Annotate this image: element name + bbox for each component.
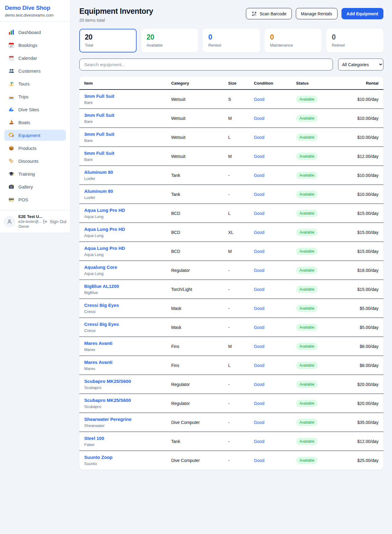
add-equipment-button[interactable]: Add Equipment xyxy=(341,8,383,19)
size-cell: - xyxy=(223,318,249,337)
item-link[interactable]: Scubapro MK25/S600 xyxy=(84,398,161,403)
sidebar-item-dive-sites[interactable]: Dive Sites xyxy=(4,104,66,115)
condition-link[interactable]: Good xyxy=(254,268,264,273)
size-cell: M xyxy=(223,109,249,128)
stat-label: Retired xyxy=(332,43,378,48)
table-row: 3mm Full Suit Bare Wetsuit S Good Availa… xyxy=(79,90,383,109)
rental-cell: $15.00/day xyxy=(344,204,383,223)
sidebar-item-tours[interactable]: Tours xyxy=(4,78,66,89)
status-badge: Available xyxy=(296,286,318,293)
pos-icon xyxy=(8,196,14,203)
condition-link[interactable]: Good xyxy=(254,344,264,349)
sidebar-item-equipment[interactable]: Equipment xyxy=(4,130,66,141)
sidebar-item-customers[interactable]: Customers xyxy=(4,65,66,76)
status-badge: Available xyxy=(296,115,318,122)
item-link[interactable]: Mares Avanti xyxy=(84,360,161,365)
item-link[interactable]: Aqualung Core xyxy=(84,265,161,270)
condition-link[interactable]: Good xyxy=(254,401,264,406)
condition-link[interactable]: Good xyxy=(254,135,264,140)
condition-link[interactable]: Good xyxy=(254,306,264,311)
person-icon xyxy=(4,216,15,227)
brand: Demo Dive Shop demo.test.divestreams.com xyxy=(0,0,70,22)
condition-link[interactable]: Good xyxy=(254,382,264,387)
barcode-scan-icon xyxy=(251,11,257,17)
size-cell: - xyxy=(223,166,249,185)
stat-card-maintenance[interactable]: 0 Maintenance xyxy=(265,29,322,52)
status-badge: Available xyxy=(296,191,318,198)
item-link[interactable]: BigBlue AL1200 xyxy=(84,284,161,289)
status-badge: Available xyxy=(296,210,318,217)
status-badge: Available xyxy=(296,362,318,369)
manage-rentals-button[interactable]: Manage Rentals xyxy=(296,8,337,19)
condition-link[interactable]: Good xyxy=(254,249,264,254)
sidebar-item-dashboard[interactable]: Dashboard xyxy=(4,27,66,38)
sidebar-item-discounts[interactable]: Discounts xyxy=(4,155,66,166)
table-row: Suunto Zoop Suunto Dive Computer - Good … xyxy=(79,451,383,470)
stat-card-rented[interactable]: 0 Rented xyxy=(203,29,260,52)
sidebar-item-trips[interactable]: Trips xyxy=(4,91,66,102)
item-brand: Aqua Lung xyxy=(84,252,161,257)
category-select[interactable]: All Categories xyxy=(338,59,383,71)
sign-out-button[interactable]: Sign Out xyxy=(42,219,66,225)
item-link[interactable]: Aqua Lung Pro HD xyxy=(84,208,161,213)
condition-link[interactable]: Good xyxy=(254,439,264,444)
item-link[interactable]: Cressi Big Eyes xyxy=(84,303,161,308)
sidebar-item-boats[interactable]: Boats xyxy=(4,117,66,128)
item-link[interactable]: Suunto Zoop xyxy=(84,455,161,460)
condition-link[interactable]: Good xyxy=(254,325,264,330)
status-badge: Available xyxy=(296,457,318,464)
dashboard-icon xyxy=(8,29,14,35)
condition-link[interactable]: Good xyxy=(254,154,264,159)
item-link[interactable]: Scubapro MK25/S600 xyxy=(84,379,161,384)
status-badge: Available xyxy=(296,267,318,274)
condition-link[interactable]: Good xyxy=(254,211,264,216)
condition-link[interactable]: Good xyxy=(254,420,264,425)
scan-barcode-button[interactable]: Scan Barcode xyxy=(246,8,292,19)
item-link[interactable]: 5mm Full Suit xyxy=(84,151,161,156)
brand-name[interactable]: Demo Dive Shop xyxy=(5,5,65,11)
item-brand: Bare xyxy=(84,119,161,124)
stat-card-total[interactable]: 20 Total xyxy=(79,29,137,52)
condition-link[interactable]: Good xyxy=(254,97,264,102)
item-link[interactable]: Aqua Lung Pro HD xyxy=(84,227,161,232)
sidebar-item-training[interactable]: Training xyxy=(4,168,66,179)
status-badge: Available xyxy=(296,153,318,160)
condition-link[interactable]: Good xyxy=(254,230,264,235)
condition-link[interactable]: Good xyxy=(254,287,264,292)
sidebar-item-gallery[interactable]: Gallery xyxy=(4,181,66,192)
item-link[interactable]: 3mm Full Suit xyxy=(84,132,161,137)
condition-link[interactable]: Good xyxy=(254,458,264,463)
condition-link[interactable]: Good xyxy=(254,116,264,121)
size-cell: S xyxy=(223,90,249,109)
sidebar-item-calendar[interactable]: Calendar xyxy=(4,52,66,63)
category-cell: Tank xyxy=(166,432,223,451)
status-badge: Available xyxy=(296,419,318,426)
item-link[interactable]: 3mm Full Suit xyxy=(84,93,161,99)
col-item: Item xyxy=(79,77,166,90)
condition-link[interactable]: Good xyxy=(254,363,264,368)
condition-link[interactable]: Good xyxy=(254,192,264,197)
item-link[interactable]: Shearwater Peregrine xyxy=(84,417,161,422)
sidebar-item-products[interactable]: Products xyxy=(4,143,66,154)
item-link[interactable]: Aqua Lung Pro HD xyxy=(84,246,161,251)
condition-link[interactable]: Good xyxy=(254,173,264,178)
rental-cell: $20.00/day xyxy=(344,375,383,394)
size-cell: - xyxy=(223,375,249,394)
item-link[interactable]: Mares Avanti xyxy=(84,341,161,346)
stat-card-available[interactable]: 20 Available xyxy=(141,29,198,52)
stat-card-retired[interactable]: 0 Retired xyxy=(326,29,383,52)
item-brand: Bare xyxy=(84,100,161,105)
sidebar-item-pos[interactable]: POS xyxy=(4,194,66,205)
search-input[interactable] xyxy=(79,59,333,71)
equipment-table-card: Item Category Size Condition Status Rent… xyxy=(79,77,383,470)
item-link[interactable]: Cressi Big Eyes xyxy=(84,322,161,327)
status-badge: Available xyxy=(296,305,318,312)
category-cell: Dive Computer xyxy=(166,413,223,432)
rental-cell: $8.00/day xyxy=(344,356,383,375)
sidebar-item-bookings[interactable]: 17 Bookings xyxy=(4,40,66,51)
item-link[interactable]: Aluminum 80 xyxy=(84,170,161,175)
item-link[interactable]: Aluminum 80 xyxy=(84,189,161,194)
item-link[interactable]: 3mm Full Suit xyxy=(84,113,161,118)
size-cell: - xyxy=(223,394,249,413)
item-link[interactable]: Steel 100 xyxy=(84,436,161,441)
